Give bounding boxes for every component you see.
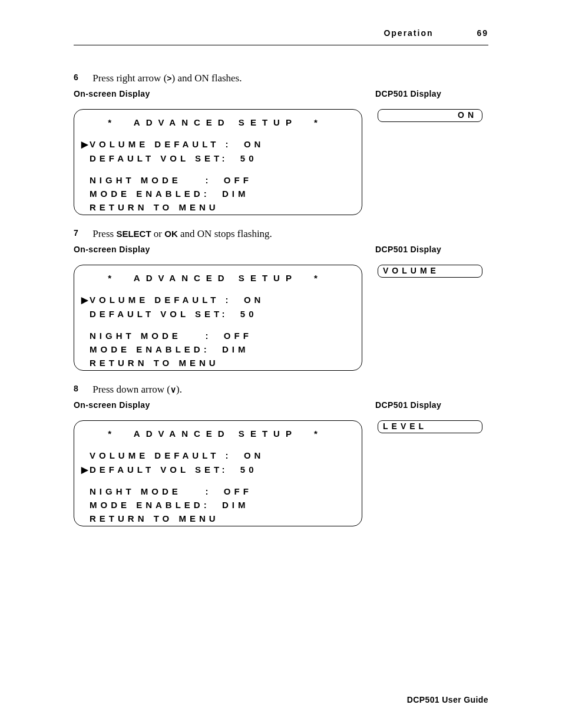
osd-screen: * ADVANCED SETUP * ▶VOLUME DEFAULT : ON … bbox=[74, 265, 362, 371]
osd-item-label: NIGHT MODE : bbox=[90, 331, 212, 341]
osd-item-value: DIM bbox=[222, 189, 249, 199]
star-icon: * bbox=[314, 273, 323, 283]
step-number: 6 bbox=[74, 73, 90, 82]
osd-line-selected: ▶VOLUME DEFAULT : ON bbox=[81, 293, 350, 307]
osd-item-value: DIM bbox=[222, 500, 249, 510]
osd-item-label: MODE ENABLED: bbox=[90, 344, 210, 354]
osd-item-label: MODE ENABLED: bbox=[90, 500, 210, 510]
osd-screen: * ADVANCED SETUP * VOLUME DEFAULT : ON ▶… bbox=[74, 420, 362, 526]
osd-item-label: DEFAULT VOL SET: bbox=[90, 465, 228, 475]
osd-item-label: DEFAULT VOL SET: bbox=[90, 309, 228, 319]
osd-title: * ADVANCED SETUP * bbox=[81, 116, 350, 129]
step-text-fragment: and bbox=[178, 228, 197, 239]
step-text-fragment: ). bbox=[176, 384, 182, 395]
osd-item-value: ON bbox=[244, 295, 265, 305]
osd-item-value: 50 bbox=[240, 153, 257, 163]
osd-title-text: ADVANCED SETUP bbox=[134, 273, 297, 283]
header-section: Operation bbox=[384, 28, 433, 38]
osd-item-value: DIM bbox=[222, 344, 249, 354]
dcp-text: VOLUME bbox=[383, 266, 439, 275]
display-pair-7: * ADVANCED SETUP * ▶VOLUME DEFAULT : ON … bbox=[74, 261, 506, 375]
dcp-text: LEVEL bbox=[383, 421, 427, 431]
osd-line: VOLUME DEFAULT : ON bbox=[81, 449, 350, 462]
osd-item-label: DEFAULT VOL SET: bbox=[90, 153, 228, 163]
osd-label: On-screen Display bbox=[74, 89, 150, 98]
page-header: Operation 69 bbox=[74, 24, 488, 45]
step-6: 6 Press right arrow (>) and ON flashes. bbox=[74, 73, 506, 84]
star-icon: * bbox=[108, 273, 117, 283]
display-labels: On-screen Display DCP501 Display bbox=[74, 400, 506, 413]
dcp-text: ON bbox=[458, 110, 477, 120]
dcp-screen: LEVEL bbox=[378, 420, 482, 433]
osd-item-label: MODE ENABLED: bbox=[90, 189, 210, 199]
display-pair-8: * ADVANCED SETUP * VOLUME DEFAULT : ON ▶… bbox=[74, 417, 506, 531]
step-flash-word: ON bbox=[197, 228, 212, 239]
step-text-fragment: stops flashing. bbox=[211, 228, 272, 239]
osd-title: * ADVANCED SETUP * bbox=[81, 427, 350, 440]
star-icon: * bbox=[314, 117, 323, 127]
step-text-fragment: Press right arrow ( bbox=[92, 73, 167, 84]
osd-item-label: RETURN TO MENU bbox=[90, 358, 219, 368]
step-text: Press SELECT or OK and ON stops flashing… bbox=[92, 228, 272, 239]
dcp-label: DCP501 Display bbox=[375, 89, 441, 98]
step-text-fragment: Press bbox=[92, 228, 116, 239]
star-icon: * bbox=[108, 429, 117, 439]
step-text-fragment: Press down arrow ( bbox=[92, 384, 170, 395]
osd-line: NIGHT MODE : OFF bbox=[81, 485, 350, 498]
step-text: Press down arrow (∨). bbox=[92, 384, 182, 395]
osd-label: On-screen Display bbox=[74, 400, 150, 410]
osd-line: RETURN TO MENU bbox=[81, 356, 350, 370]
osd-item-label: RETURN TO MENU bbox=[90, 202, 219, 212]
step-7: 7 Press SELECT or OK and ON stops flashi… bbox=[74, 228, 506, 240]
step-text-fragment: ) and bbox=[172, 73, 195, 84]
display-labels: On-screen Display DCP501 Display bbox=[74, 89, 506, 102]
osd-screen: * ADVANCED SETUP * ▶VOLUME DEFAULT : ON … bbox=[74, 109, 362, 215]
osd-title: * ADVANCED SETUP * bbox=[81, 271, 350, 285]
arrow-right-icon: > bbox=[167, 74, 171, 83]
osd-item-label: VOLUME DEFAULT : bbox=[90, 295, 232, 305]
step-8: 8 Press down arrow (∨). bbox=[74, 384, 506, 396]
step-number: 7 bbox=[74, 228, 90, 238]
page: Operation 69 6 Press right arrow (>) and… bbox=[0, 0, 562, 728]
dcp-label: DCP501 Display bbox=[375, 400, 441, 410]
osd-line: NIGHT MODE : OFF bbox=[81, 173, 350, 187]
osd-line: MODE ENABLED: DIM bbox=[81, 187, 350, 200]
osd-item-value: OFF bbox=[224, 486, 252, 496]
dcp-screen: VOLUME bbox=[378, 265, 482, 278]
osd-line-selected: ▶VOLUME DEFAULT : ON bbox=[81, 137, 350, 151]
osd-line: MODE ENABLED: DIM bbox=[81, 342, 350, 356]
osd-line-selected: ▶DEFAULT VOL SET: 50 bbox=[81, 463, 350, 476]
osd-label: On-screen Display bbox=[74, 245, 150, 254]
star-icon: * bbox=[108, 117, 117, 127]
step-text: Press right arrow (>) and ON flashes. bbox=[92, 73, 242, 84]
osd-item-label: VOLUME DEFAULT : bbox=[90, 139, 232, 149]
step-number: 8 bbox=[74, 384, 90, 393]
button-name: SELECT bbox=[116, 229, 151, 239]
osd-line: DEFAULT VOL SET: 50 bbox=[81, 151, 350, 165]
osd-item-value: OFF bbox=[224, 175, 252, 185]
page-footer: DCP501 User Guide bbox=[407, 695, 488, 704]
cursor-icon: ▶ bbox=[81, 137, 90, 151]
step-flash-word: ON bbox=[194, 73, 209, 84]
osd-line: RETURN TO MENU bbox=[81, 512, 350, 525]
osd-item-label: RETURN TO MENU bbox=[90, 513, 219, 523]
osd-line: RETURN TO MENU bbox=[81, 200, 350, 214]
dcp-screen: ON bbox=[378, 109, 482, 122]
arrow-down-icon: ∨ bbox=[170, 385, 176, 394]
cursor-icon: ▶ bbox=[81, 463, 90, 476]
osd-item-value: ON bbox=[244, 139, 265, 149]
osd-item-value: 50 bbox=[240, 309, 257, 319]
osd-item-label: NIGHT MODE : bbox=[90, 175, 212, 185]
osd-line: NIGHT MODE : OFF bbox=[81, 329, 350, 342]
step-text-fragment: or bbox=[151, 228, 165, 239]
display-labels: On-screen Display DCP501 Display bbox=[74, 245, 506, 258]
step-text-fragment: flashes. bbox=[209, 73, 242, 84]
osd-line: MODE ENABLED: DIM bbox=[81, 498, 350, 512]
osd-item-value: OFF bbox=[224, 331, 252, 341]
header-page-number: 69 bbox=[477, 28, 488, 38]
osd-item-label: VOLUME DEFAULT : bbox=[90, 450, 232, 460]
osd-line: DEFAULT VOL SET: 50 bbox=[81, 307, 350, 321]
osd-title-text: ADVANCED SETUP bbox=[134, 429, 297, 439]
osd-title-text: ADVANCED SETUP bbox=[134, 117, 297, 127]
header-right: Operation 69 bbox=[384, 28, 488, 38]
